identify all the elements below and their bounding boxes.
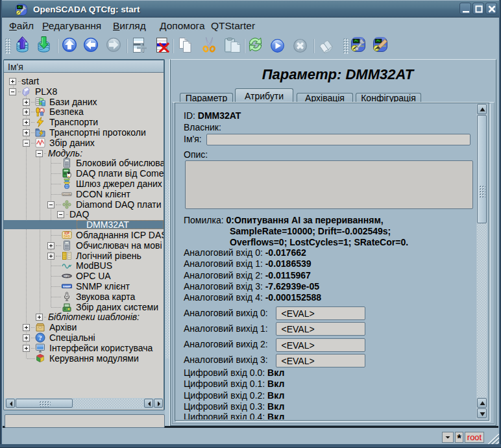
svg-text:DCON: DCON <box>63 193 71 196</box>
svg-text:OPC: OPC <box>64 275 70 278</box>
svg-text:DAS: DAS <box>64 235 70 238</box>
svg-text:?: ? <box>38 334 42 342</box>
svg-text:SNMP: SNMP <box>63 285 71 288</box>
